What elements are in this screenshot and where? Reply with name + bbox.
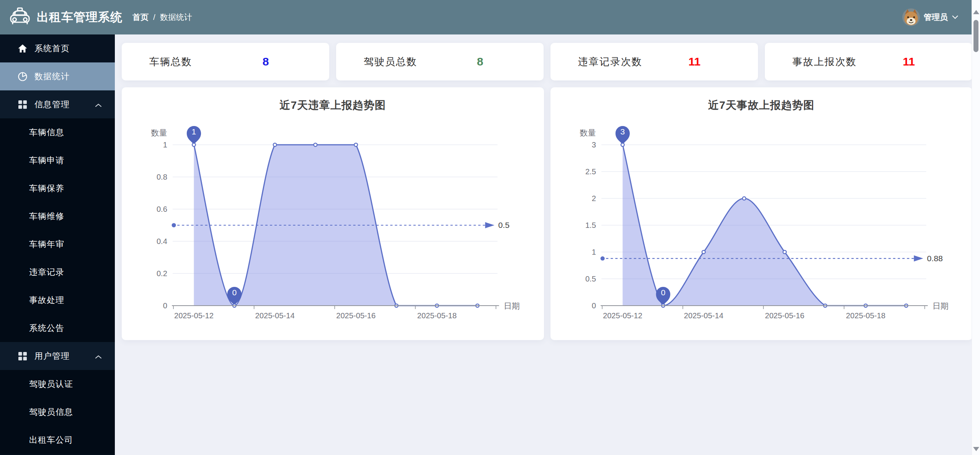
sidebar-item-accident-handling[interactable]: 事故处理 (0, 286, 115, 314)
sidebar-item-taxi-company[interactable]: 出租车公司 (0, 426, 115, 454)
stat-value: 8 (251, 55, 280, 68)
user-name: 管理员 (924, 12, 948, 23)
sidebar-item-label: 系统首页 (34, 43, 70, 54)
sidebar-item-vehicle-maintenance[interactable]: 车辆保养 (0, 174, 115, 202)
sidebar-item-label: 车辆维修 (29, 211, 64, 222)
grid-icon (18, 100, 28, 110)
svg-text:2025-05-14: 2025-05-14 (255, 311, 295, 320)
stat-card-vehicle-total: 车辆总数8 (122, 43, 329, 80)
chart-canvas: 0.51000.20.40.60.812025-05-122025-05-142… (122, 87, 544, 340)
sidebar-item-label: 驾驶员认证 (29, 378, 73, 390)
stat-value: 8 (466, 55, 495, 68)
main-content: 车辆总数8驾驶员总数8违章记录次数11事故上报次数11 近7天违章上报趋势图0.… (115, 34, 980, 455)
point-badge: 1 (187, 126, 201, 145)
sidebar-item-driver-certification[interactable]: 驾驶员认证 (0, 370, 115, 398)
stats-row: 车辆总数8驾驶员总数8违章记录次数11事故上报次数11 (122, 43, 972, 80)
charts-row: 近7天违章上报趋势图0.51000.20.40.60.812025-05-122… (122, 87, 972, 340)
sidebar-item-vehicle-info[interactable]: 车辆信息 (0, 118, 115, 146)
sidebar-item-system-announcement[interactable]: 系统公告 (0, 314, 115, 342)
sidebar-item-label: 车辆信息 (29, 127, 64, 138)
sidebar-item-vehicle-application[interactable]: 车辆申请 (0, 146, 115, 174)
sidebar-item-label: 事故处理 (29, 295, 64, 306)
svg-text:1: 1 (591, 248, 596, 256)
sidebar-item-system-home[interactable]: 系统首页 (0, 34, 115, 62)
svg-text:2025-05-12: 2025-05-12 (174, 311, 214, 320)
stat-label: 违章记录次数 (578, 55, 642, 69)
home-icon (18, 44, 28, 54)
svg-text:1: 1 (192, 127, 196, 136)
scrollbar-thumb[interactable] (973, 20, 978, 52)
sidebar-item-user-management[interactable]: 用户管理 (0, 342, 115, 370)
sidebar-item-label: 车辆保养 (29, 183, 64, 194)
svg-text:3: 3 (591, 141, 596, 149)
stat-label: 事故上报次数 (792, 55, 857, 69)
svg-text:0: 0 (591, 301, 596, 310)
chevron-up-icon (95, 100, 102, 110)
sidebar-item-data-statistics[interactable]: 数据统计 (0, 62, 115, 90)
sidebar-item-label: 信息管理 (34, 99, 70, 110)
sidebar-item-label: 驾驶员信息 (29, 406, 73, 418)
grid-icon (18, 351, 28, 361)
sidebar-item-vehicle-annual-review[interactable]: 车辆年审 (0, 230, 115, 258)
scroll-up-arrow-icon[interactable] (973, 10, 979, 14)
svg-text:日期: 日期 (932, 301, 948, 310)
stat-label: 驾驶员总数 (364, 55, 417, 69)
user-menu[interactable]: 管理员 (902, 8, 959, 26)
accident-trend-chart: 近7天事故上报趋势图0.883000.511.522.532025-05-122… (550, 87, 973, 340)
svg-text:日期: 日期 (504, 301, 520, 310)
chart-canvas: 0.883000.511.522.532025-05-122025-05-142… (550, 87, 973, 340)
stat-card-violation-count: 违章记录次数11 (550, 43, 758, 80)
stat-label: 车辆总数 (149, 55, 192, 69)
breadcrumb-current: 数据统计 (160, 12, 192, 23)
breadcrumb: 首页 / 数据统计 (132, 12, 192, 23)
svg-text:0: 0 (661, 288, 665, 297)
stat-value: 11 (894, 55, 923, 68)
scroll-down-arrow-icon[interactable] (973, 447, 979, 451)
sidebar-item-label: 用户管理 (34, 350, 70, 362)
svg-text:2.5: 2.5 (585, 167, 596, 176)
svg-text:1: 1 (163, 141, 167, 149)
sidebar-item-label: 违章记录 (29, 267, 64, 278)
svg-text:2025-05-18: 2025-05-18 (846, 311, 885, 320)
svg-text:2025-05-16: 2025-05-16 (336, 311, 376, 320)
page-scrollbar[interactable] (972, 0, 980, 455)
sidebar-item-label: 车辆申请 (29, 155, 64, 166)
stat-value: 11 (680, 55, 709, 68)
point-badge: 3 (615, 126, 629, 145)
svg-text:0.88: 0.88 (927, 254, 942, 263)
breadcrumb-home-link[interactable]: 首页 (132, 12, 149, 23)
taxi-logo-icon (9, 7, 31, 28)
sidebar-item-label: 出租车公司 (29, 434, 73, 446)
svg-text:0.8: 0.8 (157, 173, 167, 181)
sidebar-item-label: 车辆年审 (29, 239, 64, 250)
svg-text:0.4: 0.4 (157, 237, 167, 246)
pie-icon (18, 72, 28, 82)
chevron-down-icon (952, 14, 959, 21)
svg-text:0: 0 (163, 301, 167, 310)
sidebar-item-vehicle-repair[interactable]: 车辆维修 (0, 202, 115, 230)
svg-text:2025-05-16: 2025-05-16 (765, 311, 804, 320)
page-title: 出租车管理系统 (37, 9, 122, 25)
svg-text:0.6: 0.6 (157, 205, 167, 213)
svg-text:3: 3 (620, 127, 625, 136)
svg-text:0.5: 0.5 (498, 221, 510, 229)
svg-text:0.2: 0.2 (157, 269, 167, 278)
stat-card-accident-count: 事故上报次数11 (765, 43, 972, 80)
sidebar: 系统首页数据统计信息管理车辆信息车辆申请车辆保养车辆维修车辆年审违章记录事故处理… (0, 34, 115, 455)
svg-text:2025-05-12: 2025-05-12 (603, 311, 642, 320)
svg-text:2: 2 (591, 194, 596, 203)
violation-trend-chart: 近7天违章上报趋势图0.51000.20.40.60.812025-05-122… (122, 87, 544, 340)
sidebar-item-violation-records[interactable]: 违章记录 (0, 258, 115, 286)
svg-text:0: 0 (232, 288, 237, 297)
svg-text:2025-05-18: 2025-05-18 (417, 311, 457, 320)
svg-text:数量: 数量 (151, 128, 167, 137)
sidebar-item-label: 数据统计 (34, 71, 70, 82)
app-header: 出租车管理系统 首页 / 数据统计 管理员 (0, 0, 980, 34)
svg-text:0.5: 0.5 (585, 275, 596, 283)
chevron-up-icon (95, 351, 102, 361)
sidebar-item-driver-info[interactable]: 驾驶员信息 (0, 398, 115, 426)
sidebar-item-info-management[interactable]: 信息管理 (0, 90, 115, 118)
avatar[interactable] (902, 8, 920, 26)
breadcrumb-separator: / (153, 13, 155, 22)
svg-text:数量: 数量 (580, 128, 596, 137)
